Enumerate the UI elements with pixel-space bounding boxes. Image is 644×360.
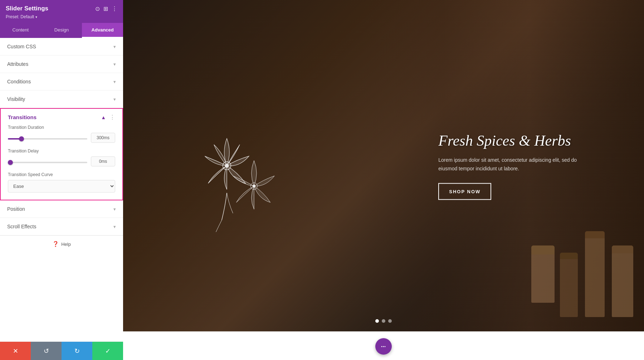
dot-2[interactable]: [382, 319, 385, 323]
layout-icon[interactable]: ⊞: [103, 5, 108, 12]
duration-input[interactable]: [91, 133, 115, 143]
sidebar-header: Slider Settings ⊙ ⊞ ⋮ Preset: Default ▾: [0, 0, 123, 23]
sidebar-body: Custom CSS ▾ Attributes ▾ Conditions ▾ V…: [0, 38, 123, 341]
section-custom-css[interactable]: Custom CSS ▾: [0, 38, 123, 55]
chevron-icon: ▾: [113, 224, 116, 229]
section-scroll-effects[interactable]: Scroll Effects ▾: [0, 218, 123, 235]
duration-label: Transition Duration: [8, 125, 115, 130]
undo-button[interactable]: ↺: [31, 342, 62, 360]
preset-arrow[interactable]: ▾: [35, 15, 37, 19]
chevron-icon: ▾: [113, 97, 116, 102]
sidebar-title: Slider Settings: [6, 5, 48, 12]
transitions-title: Transitions: [8, 114, 36, 120]
more-icon[interactable]: ⋮: [112, 5, 117, 12]
collapse-icon[interactable]: ▲: [101, 115, 106, 120]
fab-icon: •••: [381, 345, 386, 349]
transitions-controls: ▲ ⋮: [101, 114, 115, 121]
save-button[interactable]: ✓: [92, 342, 123, 360]
section-conditions[interactable]: Conditions ▾: [0, 73, 123, 91]
preset-row: Preset: Default ▾: [6, 14, 117, 19]
speed-curve-wrap: Transition Speed Curve Ease Linear Ease …: [8, 172, 115, 193]
custom-css-label: Custom CSS: [7, 44, 36, 49]
delay-label: Transition Delay: [8, 149, 115, 154]
transitions-section: Transitions ▲ ⋮ Transition Duration Tran…: [0, 108, 123, 200]
speed-curve-label: Transition Speed Curve: [8, 172, 115, 177]
bottom-strip: •••: [123, 331, 644, 360]
action-bar: ✕ ↺ ↻ ✓: [0, 341, 123, 360]
delay-slider[interactable]: [8, 162, 87, 163]
visibility-label: Visibility: [7, 96, 25, 102]
section-visibility[interactable]: Visibility ▾: [0, 91, 123, 108]
slider-dots: [375, 319, 392, 323]
slider-content: Fresh Spices & Herbs Lorem ipsum dolor s…: [438, 132, 581, 200]
tab-design[interactable]: Design: [41, 23, 82, 38]
duration-row: [8, 133, 115, 143]
redo-button[interactable]: ↻: [62, 342, 92, 360]
section-attributes[interactable]: Attributes ▾: [0, 55, 123, 73]
slider-canvas: Fresh Spices & Herbs Lorem ipsum dolor s…: [123, 0, 644, 331]
scroll-effects-label: Scroll Effects: [7, 224, 36, 229]
herb-illustration: [159, 94, 295, 237]
duration-slider[interactable]: [8, 138, 87, 140]
fab-button[interactable]: •••: [375, 338, 392, 355]
chevron-icon: ▾: [113, 206, 116, 212]
settings-icon[interactable]: ⊙: [95, 5, 100, 12]
slider-heading: Fresh Spices & Herbs: [438, 132, 581, 150]
shop-now-button[interactable]: SHOP NOW: [438, 183, 491, 200]
chevron-icon: ▾: [113, 44, 116, 49]
transitions-menu-icon[interactable]: ⋮: [109, 114, 115, 121]
help-row[interactable]: ❓ Help: [0, 235, 123, 252]
transitions-header[interactable]: Transitions ▲ ⋮: [1, 109, 122, 125]
tab-content[interactable]: Content: [0, 23, 41, 38]
dot-1[interactable]: [375, 319, 379, 323]
delay-row: [8, 156, 115, 166]
cancel-button[interactable]: ✕: [0, 342, 31, 360]
slider-description: Lorem ipsum dolor sit amet, consectetur …: [438, 156, 581, 173]
chevron-icon: ▾: [113, 79, 116, 84]
dot-3[interactable]: [388, 319, 392, 323]
sidebar: Slider Settings ⊙ ⊞ ⋮ Preset: Default ▾ …: [0, 0, 123, 360]
header-icons: ⊙ ⊞ ⋮: [95, 5, 117, 12]
speed-curve-select[interactable]: Ease Linear Ease In Ease Out Ease In Out: [8, 180, 115, 193]
attributes-label: Attributes: [7, 61, 28, 67]
conditions-label: Conditions: [7, 79, 31, 84]
transitions-body: Transition Duration Transition Delay: [1, 125, 122, 200]
position-label: Position: [7, 206, 25, 212]
chevron-icon: ▾: [113, 62, 116, 67]
delay-input[interactable]: [91, 156, 115, 166]
help-label: Help: [61, 242, 71, 247]
main-canvas: Fresh Spices & Herbs Lorem ipsum dolor s…: [123, 0, 644, 360]
section-position[interactable]: Position ▾: [0, 200, 123, 218]
preset-label: Preset: Default: [6, 14, 34, 19]
sidebar-tabs: Content Design Advanced: [0, 23, 123, 38]
tab-advanced[interactable]: Advanced: [82, 23, 123, 38]
help-icon: ❓: [52, 241, 59, 247]
